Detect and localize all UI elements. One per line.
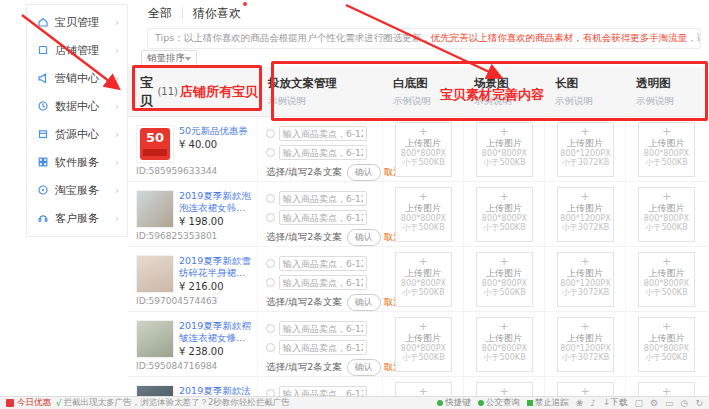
download-button[interactable]: ↓下载 xyxy=(603,397,628,409)
tab-guess-you-like[interactable]: 猜你喜欢 xyxy=(193,5,241,22)
skin-icon[interactable]: ❀ xyxy=(576,398,584,408)
selling-point-input[interactable] xyxy=(279,145,367,160)
upload-image-button[interactable]: +上传图片800*800PX小于500KB xyxy=(476,317,533,372)
upload-image-button[interactable]: +上传图片800*800PX小于500KB xyxy=(638,122,695,177)
history-clock-icon[interactable]: ◷ xyxy=(681,398,689,408)
upload-image-button[interactable]: +上传图片800*800PX小于500KB xyxy=(638,317,695,372)
product-title-link[interactable]: 2019夏季新款泡泡连衣裙女韩版短袖T恤中长款 xyxy=(179,190,253,214)
music-icon[interactable]: ♪ xyxy=(590,398,596,408)
sidebar-item-data-center[interactable]: 数据中心 › xyxy=(27,92,127,120)
settings-gear-icon[interactable]: ⚙ xyxy=(650,398,658,408)
upload-image-button[interactable]: +上传图片800*1200PX小于3072KB xyxy=(557,317,614,372)
selling-point-input[interactable] xyxy=(279,191,367,206)
plus-icon: + xyxy=(639,322,694,332)
browser-status-bar: 今日优惠 √ 拦截出现太多广告，浏览体验太差了？2秒教你轻松拦截广告 快捷键 公… xyxy=(0,396,709,409)
check-icon: √ xyxy=(56,398,61,408)
product-id: ID:585959633344 xyxy=(136,166,253,176)
selling-point-input[interactable] xyxy=(279,340,367,355)
upload-image-button[interactable]: +上传图片800*1200PX小于3072KB xyxy=(557,122,614,177)
example-link[interactable]: 示例说明 xyxy=(636,95,707,108)
plus-icon: + xyxy=(558,387,613,397)
upload-image-button[interactable]: +上传图片800*800PX小于500KB xyxy=(395,317,452,372)
plus-icon: + xyxy=(396,387,451,397)
product-price: ¥ 198.00 xyxy=(179,216,253,227)
upload-image-button[interactable]: +上传图片800*1200PX小于3072KB xyxy=(557,187,614,242)
sidebar-item-treasure-manage[interactable]: 宝贝管理 › xyxy=(27,8,127,36)
upload-image-button[interactable]: +上传图片800*800PX小于500KB xyxy=(476,252,533,307)
table-row: 2019夏季新款法式复古连衣裙女中长款气质显瘦 选择/填写2条文案确认取消 +上… xyxy=(128,377,708,397)
copy-radio[interactable] xyxy=(266,259,275,268)
upload-image-button[interactable]: +上传图片800*1200PX小于3072KB xyxy=(557,382,614,398)
header-transparent-image: 透明图 示例说明 xyxy=(626,67,707,116)
confirm-button[interactable]: 确认 xyxy=(347,229,381,246)
copy-radio[interactable] xyxy=(266,213,275,222)
sidebar-item-marketing-center[interactable]: 营销中心 › xyxy=(27,64,127,92)
refresh-icon[interactable]: ↻ xyxy=(695,398,703,408)
transparent-upload-cell: +上传图片800*800PX小于500KB xyxy=(626,247,707,311)
product-title-link[interactable]: 2019夏季新款雪纺碎花半身裙女中长款薄款白 xyxy=(179,255,253,279)
plus-icon: + xyxy=(396,257,451,267)
example-link[interactable]: 示例说明 xyxy=(474,95,545,108)
green-square-icon xyxy=(527,400,533,406)
sidebar-item-software-service[interactable]: 软件服务 › xyxy=(27,148,127,176)
white-bg-upload-cell: +上传图片800*800PX小于500KB xyxy=(383,117,464,181)
confirm-button[interactable]: 确认 xyxy=(347,294,381,311)
plus-icon: + xyxy=(558,322,613,332)
copy-radio[interactable] xyxy=(266,324,275,333)
selling-point-input[interactable] xyxy=(279,126,367,141)
upload-image-button[interactable]: +上传图片800*800PX小于500KB xyxy=(395,187,452,242)
no-track-item[interactable]: 禁止追踪 xyxy=(527,397,569,409)
tips-text: Tips：以上猜你喜欢的商品会根据用户个性化需求进行圈选更新， xyxy=(155,32,431,45)
upload-image-button[interactable]: +上传图片800*1200PX小于3072KB xyxy=(557,252,614,307)
copy-footer-text: 选择/填写2条文案 xyxy=(266,166,342,179)
selling-point-input[interactable] xyxy=(279,210,367,225)
sidebar-item-shop-manage[interactable]: 店铺管理 › xyxy=(27,36,127,64)
example-link[interactable]: 示例说明 xyxy=(268,95,383,108)
product-title-link[interactable]: 2019夏季新款褶皱连衣裙女修身显瘦小众网红 xyxy=(179,320,253,344)
product-image xyxy=(136,255,174,293)
shortcut-keys-item[interactable]: 快捷键 xyxy=(437,397,471,409)
table-row: 2019夏季新款褶皱连衣裙女修身显瘦小众网红 ¥ 238.00 ID:59508… xyxy=(128,312,708,377)
coupon-50-badge: 50 xyxy=(140,128,170,160)
transparent-upload-cell: +上传图片800*800PX小于500KB xyxy=(626,377,707,397)
confirm-button[interactable]: 确认 xyxy=(347,359,381,376)
confirm-button[interactable]: 确认 xyxy=(347,164,381,181)
upload-image-button[interactable]: +上传图片800*800PX小于500KB xyxy=(476,122,533,177)
plus-icon: + xyxy=(396,192,451,202)
supply-store-icon xyxy=(37,128,49,140)
selling-point-input[interactable] xyxy=(279,256,367,271)
megaphone-icon xyxy=(37,72,49,84)
selling-point-input[interactable] xyxy=(279,321,367,336)
upload-image-button[interactable]: +上传图片800*800PX小于500KB xyxy=(638,382,695,398)
promo-label[interactable]: 今日优惠 xyxy=(17,397,51,409)
upload-image-button[interactable]: +上传图片800*800PX小于500KB xyxy=(395,382,452,398)
upload-image-button[interactable]: +上传图片800*800PX小于500KB xyxy=(395,252,452,307)
upload-image-button[interactable]: +上传图片800*800PX小于500KB xyxy=(395,122,452,177)
upload-image-button[interactable]: +上传图片800*800PX小于500KB xyxy=(476,187,533,242)
tab-bar: 全部 猜你喜欢 xyxy=(148,2,241,24)
sort-dropdown[interactable]: 销量排序 xyxy=(141,50,197,67)
copy-radio[interactable] xyxy=(266,194,275,203)
transit-query-item[interactable]: 公交查询 xyxy=(478,397,520,409)
upload-image-button[interactable]: +上传图片800*800PX小于500KB xyxy=(638,187,695,242)
sidebar-item-taobao-service[interactable]: 淘宝服务 › xyxy=(27,176,127,204)
upload-image-button[interactable]: +上传图片800*800PX小于500KB xyxy=(638,252,695,307)
sidebar-item-customer-service[interactable]: 客户服务 › xyxy=(27,204,127,232)
copy-radio[interactable] xyxy=(266,148,275,157)
copy-radio[interactable] xyxy=(266,343,275,352)
window-icon[interactable]: ▢ xyxy=(634,398,643,408)
selling-point-input[interactable] xyxy=(279,275,367,290)
sidebar-item-supply-center[interactable]: 货源中心 › xyxy=(27,120,127,148)
sidebar: 宝贝管理 › 店铺管理 › 营销中心 › 数据中心 › 货源中心 › 软件服务 … xyxy=(26,4,128,237)
copy-radio[interactable] xyxy=(266,129,275,138)
product-price: ¥ 216.00 xyxy=(179,281,253,292)
tab-all[interactable]: 全部 xyxy=(148,5,172,22)
example-link[interactable]: 示例说明 xyxy=(555,95,626,108)
table-row: 50 50元新品优惠券 ¥ 40.00 ID:585959633344 选择/填… xyxy=(128,117,708,182)
copy-radio[interactable] xyxy=(266,278,275,287)
panel-icon[interactable]: ▭ xyxy=(665,398,674,408)
product-id: ID:597004574463 xyxy=(136,296,253,306)
product-title-link[interactable]: 50元新品优惠券 xyxy=(179,125,248,137)
upload-image-button[interactable]: +上传图片800*800PX小于500KB xyxy=(476,382,533,398)
example-link[interactable]: 示例说明 xyxy=(393,95,464,108)
